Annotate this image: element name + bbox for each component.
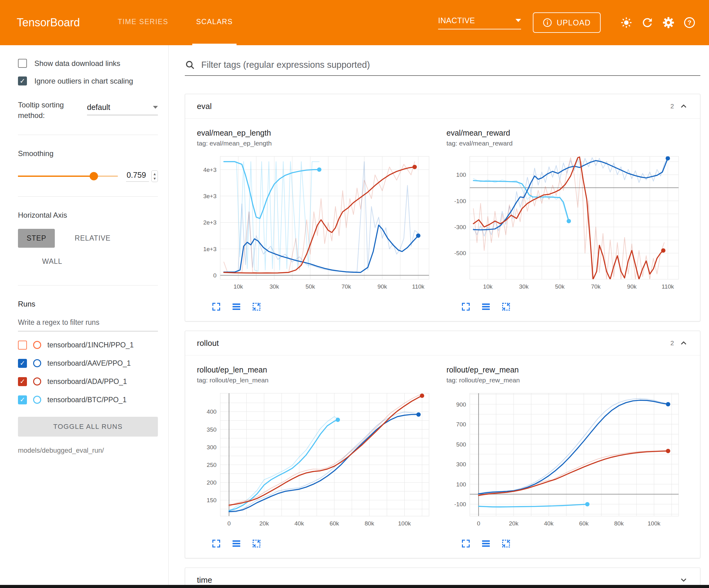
tooltip-sorting-value: default (87, 103, 110, 112)
run-label: tensorboard/BTC/PPO_1 (47, 396, 127, 404)
fit-domain-icon[interactable] (501, 538, 511, 549)
svg-text:4e+3: 4e+3 (203, 167, 216, 173)
refresh-icon[interactable] (641, 17, 653, 28)
runs-list: tensorboard/1INCH/PPO_1✓tensorboard/AAVE… (18, 340, 158, 404)
brightness-icon[interactable] (621, 17, 632, 28)
app-title: TensorBoard (17, 16, 80, 29)
setting-label: Show data download links (34, 59, 121, 68)
smoothing-value-input[interactable]: 0.759 (126, 171, 149, 182)
lines-icon[interactable] (231, 302, 241, 312)
axis-wall-button[interactable]: WALL (33, 252, 71, 271)
svg-text:60k: 60k (330, 520, 339, 527)
svg-text:0: 0 (213, 272, 217, 279)
runs-filter-input[interactable] (18, 314, 158, 331)
lines-icon[interactable] (481, 302, 491, 312)
line-chart[interactable]: 10k30k50k70k90k110k01e+32e+33e+34e+3 (197, 153, 433, 299)
fullscreen-icon[interactable] (211, 302, 221, 312)
run-item[interactable]: ✓tensorboard/ADA/PPO_1 (18, 377, 158, 386)
chart-tag: tag: rollout/ep_rew_mean (446, 377, 682, 384)
run-color-circle (33, 378, 41, 385)
svg-text:70k: 70k (341, 283, 351, 290)
chart-tag: tag: eval/mean_reward (446, 139, 682, 147)
svg-text:50k: 50k (555, 283, 565, 290)
fit-domain-icon[interactable] (501, 302, 511, 312)
line-chart[interactable]: 020k40k60k80k100k150200250300350400 (197, 389, 433, 535)
settings-sidebar: Show data download links ✓ Ignore outlie… (0, 45, 169, 585)
section-body: rollout/ep_len_meantag: rollout/ep_len_m… (185, 355, 700, 558)
runs-label: Runs (18, 300, 158, 308)
section-title: time (197, 575, 674, 585)
status-dropdown[interactable]: INACTIVE (438, 16, 521, 29)
svg-text:700: 700 (456, 421, 466, 428)
run-label: tensorboard/AAVE/PPO_1 (47, 359, 131, 367)
lines-icon[interactable] (481, 538, 491, 549)
svg-text:80k: 80k (614, 520, 624, 527)
fullscreen-icon[interactable] (461, 302, 471, 312)
run-item[interactable]: ✓tensorboard/BTC/PPO_1 (18, 395, 158, 404)
fit-domain-icon[interactable] (252, 538, 262, 549)
setting-ignore-outliers[interactable]: ✓ Ignore outliers in chart scaling (18, 76, 158, 85)
chart-title: rollout/ep_len_mean (197, 365, 433, 374)
svg-text:0: 0 (227, 520, 231, 527)
help-icon[interactable]: ? (684, 17, 695, 28)
info-icon (543, 18, 552, 27)
svg-text:150: 150 (207, 497, 217, 504)
run-checkbox[interactable]: ✓ (18, 377, 27, 386)
svg-text:-100: -100 (454, 501, 466, 508)
chevron-down-icon[interactable] (679, 575, 688, 585)
section-title: rollout (197, 338, 670, 348)
tag-filter-bar (185, 59, 700, 76)
run-item[interactable]: tensorboard/1INCH/PPO_1 (18, 340, 158, 350)
svg-text:200: 200 (207, 479, 217, 486)
svg-text:100k: 100k (398, 520, 411, 527)
line-chart[interactable]: 020k40k60k80k100k-100100300500700900 (446, 389, 682, 535)
smoothing-slider[interactable] (18, 176, 118, 177)
tab-scalars[interactable]: SCALARS (192, 0, 237, 45)
run-checkbox[interactable]: ✓ (18, 359, 27, 368)
svg-text:70k: 70k (591, 283, 601, 290)
checkbox-icon[interactable]: ✓ (18, 76, 27, 85)
toggle-all-runs-button[interactable]: TOGGLE ALL RUNS (18, 417, 158, 437)
section-header[interactable]: rollout2 (185, 331, 700, 355)
tab-time-series[interactable]: TIME SERIES (114, 0, 172, 45)
upload-button[interactable]: UPLOAD (533, 12, 601, 33)
run-item[interactable]: ✓tensorboard/AAVE/PPO_1 (18, 359, 158, 368)
axis-relative-button[interactable]: RELATIVE (66, 229, 119, 248)
fit-domain-icon[interactable] (252, 302, 262, 312)
run-checkbox[interactable]: ✓ (18, 395, 27, 404)
line-chart[interactable]: 10k30k50k70k90k110k100-100-300-500 (446, 153, 682, 299)
setting-label: Ignore outliers in chart scaling (34, 77, 133, 85)
chart-toolbar (211, 302, 433, 312)
axis-step-button[interactable]: STEP (18, 229, 55, 248)
section-header[interactable]: eval2 (185, 94, 700, 118)
chart-toolbar (461, 302, 682, 312)
run-label: tensorboard/ADA/PPO_1 (47, 378, 127, 386)
smoothing-stepper[interactable]: ▴▾ (151, 170, 158, 182)
chart-title: eval/mean_reward (446, 128, 682, 137)
setting-show-download-links[interactable]: Show data download links (18, 59, 158, 68)
checkbox-icon[interactable] (18, 59, 27, 68)
tooltip-sorting-dropdown[interactable]: default (87, 103, 158, 115)
chevron-up-icon[interactable] (679, 102, 688, 111)
svg-text:80k: 80k (365, 520, 374, 527)
lines-icon[interactable] (231, 538, 241, 549)
section-count: 2 (670, 339, 674, 347)
fullscreen-icon[interactable] (461, 538, 471, 549)
fullscreen-icon[interactable] (211, 538, 221, 549)
chart-card-rollout-ep_len_mean: rollout/ep_len_meantag: rollout/ep_len_m… (197, 365, 433, 549)
run-color-circle (33, 341, 41, 349)
search-icon (185, 60, 195, 70)
svg-text:110k: 110k (412, 283, 424, 290)
run-checkbox[interactable] (18, 340, 27, 350)
bottom-edge-strip (0, 585, 709, 588)
section-header[interactable]: time (185, 568, 700, 585)
chart-tag: tag: rollout/ep_len_mean (197, 377, 433, 384)
svg-text:110k: 110k (662, 283, 674, 290)
section-card-eval: eval2eval/mean_ep_lengthtag: eval/mean_e… (185, 94, 700, 322)
svg-text:30k: 30k (519, 283, 528, 290)
settings-icon[interactable] (662, 17, 674, 28)
svg-text:20k: 20k (509, 520, 519, 527)
chevron-up-icon[interactable] (679, 338, 688, 348)
tag-filter-input[interactable] (201, 59, 700, 70)
slider-thumb[interactable] (90, 172, 98, 180)
